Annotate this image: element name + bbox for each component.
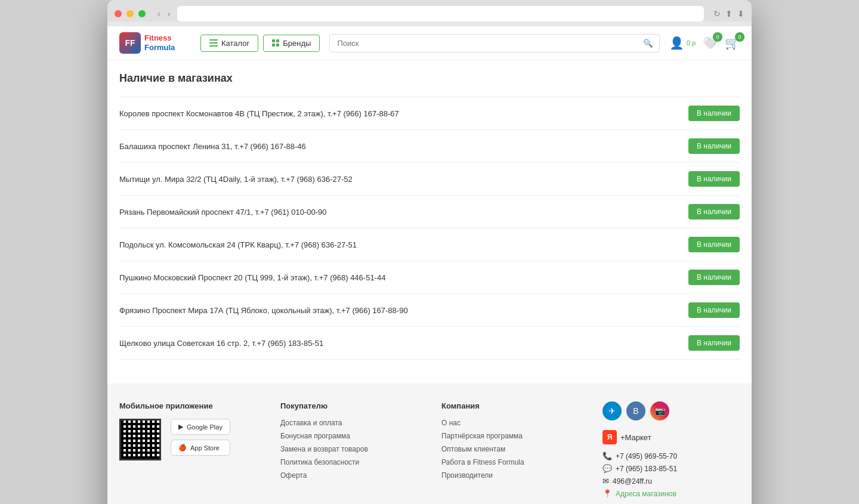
- in-stock-button[interactable]: В наличии: [688, 335, 740, 351]
- qr-image: [121, 420, 159, 459]
- header-icons: 👤 0 р 🤍 0 🛒 0: [669, 36, 740, 50]
- logo-line1: Fitness: [144, 33, 175, 43]
- buyer-links: Доставка и оплатаБонусная программаЗамен…: [280, 419, 418, 480]
- qr-code: [119, 419, 161, 460]
- social-icons: ✈ В 📷: [602, 401, 740, 420]
- store-address: Подольск ул. Комсомольская 24 (ТРК Кварц…: [119, 240, 357, 249]
- store-list: Королев проспект Космонавтов 4В (ТЦ Прес…: [119, 97, 740, 360]
- store-item: Фрязино Проспект Мира 17А (ТЦ Яблоко, цо…: [119, 294, 740, 327]
- app-store-label: App Store: [190, 444, 220, 452]
- app-section: ▶ Google Play 🍎 App Store: [119, 419, 257, 460]
- close-dot[interactable]: [115, 10, 122, 17]
- brands-label: Бренды: [283, 39, 311, 48]
- in-stock-button[interactable]: В наличии: [688, 138, 740, 154]
- buyer-section-title: Покупателю: [280, 401, 418, 410]
- in-stock-button[interactable]: В наличии: [688, 204, 740, 219]
- reload-button[interactable]: ↻: [713, 9, 721, 18]
- yandex-market-label: +Маркет: [620, 433, 651, 442]
- brands-button[interactable]: Бренды: [263, 35, 320, 52]
- store-address: Щелково улица Советская 16 стр. 2, т.+7 …: [119, 339, 323, 348]
- store-address: Мытищи ул. Мира 32/2 (ТЦ 4Daily, 1-й эта…: [119, 175, 353, 184]
- catalog-button[interactable]: Каталог: [200, 35, 258, 52]
- search-button[interactable]: 🔍: [637, 35, 659, 52]
- company-link[interactable]: Работа в Fitness Formula: [441, 458, 579, 466]
- hamburger-icon: [209, 39, 218, 47]
- company-link[interactable]: Партнёрская программа: [441, 432, 579, 440]
- logo-area[interactable]: FF Fitness Formula: [119, 32, 191, 54]
- logo-icon: FF: [119, 32, 141, 54]
- buyer-link[interactable]: Оферта: [280, 471, 418, 480]
- main-content: Наличие в магазинах Королев проспект Кос…: [107, 60, 752, 384]
- search-input[interactable]: [330, 35, 636, 52]
- whatsapp-icon: 💬: [602, 464, 612, 473]
- store-item: Подольск ул. Комсомольская 24 (ТРК Кварц…: [119, 228, 740, 261]
- yandex-logo: Я: [602, 430, 617, 444]
- search-area: 🔍: [329, 34, 659, 52]
- logo-text: Fitness Formula: [144, 33, 175, 52]
- apple-icon: 🍎: [178, 444, 187, 452]
- cart-price: 0 р: [687, 39, 696, 47]
- store-item: Рязань Первомайский проспект 47/1, т.+7 …: [119, 196, 740, 228]
- store-item: Балашиха проспект Ленина 31, т.+7 (966) …: [119, 130, 740, 163]
- wishlist-badge: 0: [713, 32, 722, 42]
- company-section-title: Компания: [441, 401, 579, 410]
- browser-window: ‹ › ↻ ⬆ ⬇ FF Fitness Formula: [107, 0, 752, 504]
- yandex-market[interactable]: Я +Маркет: [602, 430, 740, 444]
- grid-icon: [272, 39, 279, 47]
- address-row: 📍 Адреса магазинов: [602, 489, 740, 498]
- store-address: Королев проспект Космонавтов 4В (ТЦ Прес…: [119, 109, 399, 118]
- in-stock-button[interactable]: В наличии: [688, 237, 740, 252]
- store-address: Балашиха проспект Ленина 31, т.+7 (966) …: [119, 142, 306, 151]
- footer-col-social: ✈ В 📷 Я +Маркет 📞 +7 (495) 969-55-70 💬: [602, 401, 740, 502]
- email[interactable]: 496@24ff.ru: [613, 477, 652, 486]
- store-address: Фрязино Проспект Мира 17А (ТЦ Яблоко, цо…: [119, 306, 408, 315]
- email-row: ✉ 496@24ff.ru: [602, 477, 740, 486]
- cart-button[interactable]: 🛒 0: [725, 36, 740, 50]
- wishlist-button[interactable]: 🤍 0: [703, 36, 718, 50]
- google-play-button[interactable]: ▶ Google Play: [171, 419, 230, 435]
- download-button[interactable]: ⬇: [737, 9, 744, 18]
- in-stock-button[interactable]: В наличии: [688, 302, 740, 318]
- buyer-link[interactable]: Замена и возврат товаров: [280, 445, 418, 453]
- buyer-link[interactable]: Политика безопасности: [280, 458, 418, 466]
- vk-icon[interactable]: В: [626, 401, 645, 420]
- catalog-label: Каталог: [221, 39, 249, 48]
- logo-line2: Formula: [144, 43, 175, 52]
- store-item: Щелково улица Советская 16 стр. 2, т.+7 …: [119, 327, 740, 360]
- footer-col-app: Мобильное приложение ▶ Google Play 🍎: [119, 401, 257, 502]
- share-button[interactable]: ⬆: [725, 9, 733, 18]
- address-bar[interactable]: [177, 6, 704, 21]
- forward-button[interactable]: ›: [165, 8, 173, 20]
- company-link[interactable]: Оптовым клиентам: [441, 445, 579, 453]
- in-stock-button[interactable]: В наличии: [688, 270, 740, 285]
- instagram-icon[interactable]: 📷: [650, 401, 669, 420]
- phone1[interactable]: +7 (495) 969-55-70: [616, 452, 677, 460]
- app-buttons: ▶ Google Play 🍎 App Store: [171, 419, 230, 456]
- store-item: Пушкино Московский Проспект 20 (ТЦ 999, …: [119, 261, 740, 294]
- maximize-dot[interactable]: [138, 10, 146, 17]
- location-icon: 📍: [602, 489, 612, 498]
- profile-button[interactable]: 👤 0 р: [669, 36, 696, 50]
- phone2[interactable]: +7 (965) 183-85-51: [616, 465, 677, 473]
- company-link[interactable]: Производители: [441, 471, 579, 480]
- footer-col-company: Компания О насПартнёрская программаОптов…: [441, 401, 579, 502]
- app-store-button[interactable]: 🍎 App Store: [171, 440, 230, 456]
- profile-icon: 👤: [669, 36, 684, 50]
- footer-grid: Мобильное приложение ▶ Google Play 🍎: [119, 401, 740, 502]
- buyer-link[interactable]: Бонусная программа: [280, 432, 418, 440]
- in-stock-button[interactable]: В наличии: [688, 106, 740, 121]
- google-play-label: Google Play: [187, 423, 223, 431]
- address-link[interactable]: Адреса магазинов: [616, 490, 676, 498]
- company-link[interactable]: О нас: [441, 419, 579, 427]
- telegram-icon[interactable]: ✈: [602, 401, 622, 420]
- back-button[interactable]: ‹: [155, 8, 163, 20]
- minimize-dot[interactable]: [126, 10, 134, 17]
- cart-badge: 0: [735, 32, 744, 42]
- app-section-title: Мобильное приложение: [119, 401, 257, 410]
- buyer-link[interactable]: Доставка и оплата: [280, 419, 418, 427]
- email-icon: ✉: [602, 477, 609, 486]
- nav-buttons: Каталог Бренды: [200, 35, 320, 52]
- in-stock-button[interactable]: В наличии: [688, 171, 740, 187]
- phone1-row: 📞 +7 (495) 969-55-70: [602, 452, 740, 460]
- site-footer: Мобильное приложение ▶ Google Play 🍎: [107, 384, 752, 504]
